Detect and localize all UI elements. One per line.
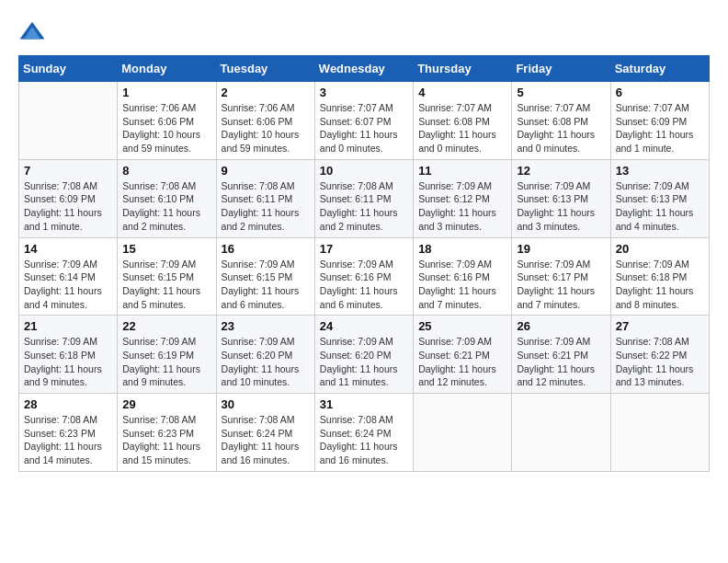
calendar-cell: 4Sunrise: 7:07 AM Sunset: 6:08 PM Daylig… — [414, 82, 512, 160]
calendar-cell: 9Sunrise: 7:08 AM Sunset: 6:11 PM Daylig… — [216, 159, 314, 237]
calendar-cell: 13Sunrise: 7:09 AM Sunset: 6:13 PM Dayli… — [610, 159, 709, 237]
day-info: Sunrise: 7:09 AM Sunset: 6:13 PM Dayligh… — [517, 179, 605, 234]
calendar-cell: 7Sunrise: 7:08 AM Sunset: 6:09 PM Daylig… — [19, 159, 118, 237]
page-header — [18, 18, 710, 46]
day-info: Sunrise: 7:08 AM Sunset: 6:11 PM Dayligh… — [320, 179, 408, 234]
calendar-cell: 27Sunrise: 7:08 AM Sunset: 6:22 PM Dayli… — [610, 316, 709, 394]
calendar-cell: 16Sunrise: 7:09 AM Sunset: 6:15 PM Dayli… — [216, 237, 314, 316]
day-number: 7 — [24, 164, 112, 178]
day-number: 9 — [222, 164, 310, 178]
calendar-cell: 5Sunrise: 7:07 AM Sunset: 6:08 PM Daylig… — [512, 82, 610, 160]
day-info: Sunrise: 7:09 AM Sunset: 6:21 PM Dayligh… — [517, 335, 605, 389]
logo — [18, 18, 50, 46]
day-info: Sunrise: 7:06 AM Sunset: 6:06 PM Dayligh… — [222, 101, 310, 155]
calendar-cell: 6Sunrise: 7:07 AM Sunset: 6:09 PM Daylig… — [610, 82, 709, 160]
day-number: 11 — [418, 164, 506, 178]
day-info: Sunrise: 7:09 AM Sunset: 6:18 PM Dayligh… — [24, 335, 112, 389]
day-info: Sunrise: 7:08 AM Sunset: 6:23 PM Dayligh… — [24, 413, 112, 467]
header-saturday: Saturday — [610, 56, 709, 82]
day-number: 2 — [222, 86, 310, 99]
header-monday: Monday — [118, 56, 216, 82]
day-info: Sunrise: 7:08 AM Sunset: 6:22 PM Dayligh… — [616, 335, 704, 389]
day-number: 6 — [616, 86, 704, 99]
calendar-cell: 25Sunrise: 7:09 AM Sunset: 6:21 PM Dayli… — [414, 316, 512, 394]
calendar-week-2: 7Sunrise: 7:08 AM Sunset: 6:09 PM Daylig… — [19, 159, 710, 237]
day-info: Sunrise: 7:09 AM Sunset: 6:15 PM Dayligh… — [222, 258, 310, 312]
day-number: 31 — [320, 397, 408, 411]
day-number: 23 — [222, 319, 310, 333]
calendar-cell — [512, 394, 610, 472]
calendar-cell: 19Sunrise: 7:09 AM Sunset: 6:17 PM Dayli… — [512, 237, 610, 316]
calendar-week-3: 14Sunrise: 7:09 AM Sunset: 6:14 PM Dayli… — [19, 237, 710, 316]
day-number: 13 — [616, 164, 704, 178]
header-wednesday: Wednesday — [314, 56, 413, 82]
day-info: Sunrise: 7:08 AM Sunset: 6:24 PM Dayligh… — [320, 413, 408, 467]
day-info: Sunrise: 7:08 AM Sunset: 6:24 PM Dayligh… — [222, 413, 310, 467]
day-number: 18 — [418, 242, 506, 256]
day-number: 12 — [517, 164, 605, 178]
day-number: 15 — [122, 242, 210, 256]
day-number: 16 — [222, 242, 310, 256]
header-tuesday: Tuesday — [216, 56, 314, 82]
day-number: 3 — [320, 86, 408, 99]
day-info: Sunrise: 7:09 AM Sunset: 6:19 PM Dayligh… — [122, 335, 210, 389]
calendar-cell — [19, 82, 118, 160]
calendar-header-row: SundayMondayTuesdayWednesdayThursdayFrid… — [19, 56, 710, 82]
calendar-cell: 2Sunrise: 7:06 AM Sunset: 6:06 PM Daylig… — [216, 82, 314, 160]
day-info: Sunrise: 7:08 AM Sunset: 6:11 PM Dayligh… — [222, 179, 310, 234]
day-info: Sunrise: 7:07 AM Sunset: 6:08 PM Dayligh… — [418, 101, 506, 155]
calendar-cell: 24Sunrise: 7:09 AM Sunset: 6:20 PM Dayli… — [314, 316, 413, 394]
day-info: Sunrise: 7:09 AM Sunset: 6:16 PM Dayligh… — [320, 258, 408, 312]
calendar-table: SundayMondayTuesdayWednesdayThursdayFrid… — [18, 55, 710, 472]
day-info: Sunrise: 7:06 AM Sunset: 6:06 PM Dayligh… — [122, 101, 210, 155]
day-number: 24 — [320, 319, 408, 333]
day-info: Sunrise: 7:09 AM Sunset: 6:12 PM Dayligh… — [418, 179, 506, 234]
day-info: Sunrise: 7:07 AM Sunset: 6:09 PM Dayligh… — [616, 101, 704, 155]
day-number: 8 — [122, 164, 210, 178]
calendar-week-4: 21Sunrise: 7:09 AM Sunset: 6:18 PM Dayli… — [19, 316, 710, 394]
day-info: Sunrise: 7:08 AM Sunset: 6:23 PM Dayligh… — [122, 413, 210, 467]
day-info: Sunrise: 7:08 AM Sunset: 6:09 PM Dayligh… — [24, 179, 112, 234]
calendar-cell: 12Sunrise: 7:09 AM Sunset: 6:13 PM Dayli… — [512, 159, 610, 237]
calendar-cell: 17Sunrise: 7:09 AM Sunset: 6:16 PM Dayli… — [314, 237, 413, 316]
day-number: 4 — [418, 86, 506, 99]
calendar-cell: 11Sunrise: 7:09 AM Sunset: 6:12 PM Dayli… — [414, 159, 512, 237]
day-info: Sunrise: 7:09 AM Sunset: 6:14 PM Dayligh… — [24, 258, 112, 312]
day-info: Sunrise: 7:07 AM Sunset: 6:07 PM Dayligh… — [320, 101, 408, 155]
day-number: 14 — [24, 242, 112, 256]
calendar-cell: 31Sunrise: 7:08 AM Sunset: 6:24 PM Dayli… — [314, 394, 413, 472]
calendar-cell: 22Sunrise: 7:09 AM Sunset: 6:19 PM Dayli… — [118, 316, 216, 394]
day-number: 28 — [24, 397, 112, 411]
calendar-cell: 10Sunrise: 7:08 AM Sunset: 6:11 PM Dayli… — [314, 159, 413, 237]
calendar-week-1: 1Sunrise: 7:06 AM Sunset: 6:06 PM Daylig… — [19, 82, 710, 160]
day-info: Sunrise: 7:08 AM Sunset: 6:10 PM Dayligh… — [122, 179, 210, 234]
calendar-cell — [414, 394, 512, 472]
day-number: 17 — [320, 242, 408, 256]
day-info: Sunrise: 7:09 AM Sunset: 6:18 PM Dayligh… — [616, 258, 704, 312]
calendar-week-5: 28Sunrise: 7:08 AM Sunset: 6:23 PM Dayli… — [19, 394, 710, 472]
calendar-cell: 1Sunrise: 7:06 AM Sunset: 6:06 PM Daylig… — [118, 82, 216, 160]
day-info: Sunrise: 7:09 AM Sunset: 6:13 PM Dayligh… — [616, 179, 704, 234]
day-info: Sunrise: 7:09 AM Sunset: 6:20 PM Dayligh… — [320, 335, 408, 389]
calendar-cell: 21Sunrise: 7:09 AM Sunset: 6:18 PM Dayli… — [19, 316, 118, 394]
day-number: 5 — [517, 86, 605, 99]
calendar-cell: 20Sunrise: 7:09 AM Sunset: 6:18 PM Dayli… — [610, 237, 709, 316]
day-info: Sunrise: 7:09 AM Sunset: 6:21 PM Dayligh… — [418, 335, 506, 389]
day-number: 29 — [122, 397, 210, 411]
day-number: 1 — [122, 86, 210, 99]
day-number: 30 — [222, 397, 310, 411]
calendar-cell: 23Sunrise: 7:09 AM Sunset: 6:20 PM Dayli… — [216, 316, 314, 394]
calendar-cell: 29Sunrise: 7:08 AM Sunset: 6:23 PM Dayli… — [118, 394, 216, 472]
header-sunday: Sunday — [19, 56, 118, 82]
day-info: Sunrise: 7:09 AM Sunset: 6:16 PM Dayligh… — [418, 258, 506, 312]
day-number: 25 — [418, 319, 506, 333]
calendar-cell: 3Sunrise: 7:07 AM Sunset: 6:07 PM Daylig… — [314, 82, 413, 160]
calendar-cell: 26Sunrise: 7:09 AM Sunset: 6:21 PM Dayli… — [512, 316, 610, 394]
calendar-cell — [610, 394, 709, 472]
day-info: Sunrise: 7:09 AM Sunset: 6:15 PM Dayligh… — [122, 258, 210, 312]
day-info: Sunrise: 7:09 AM Sunset: 6:17 PM Dayligh… — [517, 258, 605, 312]
calendar-cell: 14Sunrise: 7:09 AM Sunset: 6:14 PM Dayli… — [19, 237, 118, 316]
day-number: 19 — [517, 242, 605, 256]
calendar-cell: 30Sunrise: 7:08 AM Sunset: 6:24 PM Dayli… — [216, 394, 314, 472]
day-info: Sunrise: 7:07 AM Sunset: 6:08 PM Dayligh… — [517, 101, 605, 155]
